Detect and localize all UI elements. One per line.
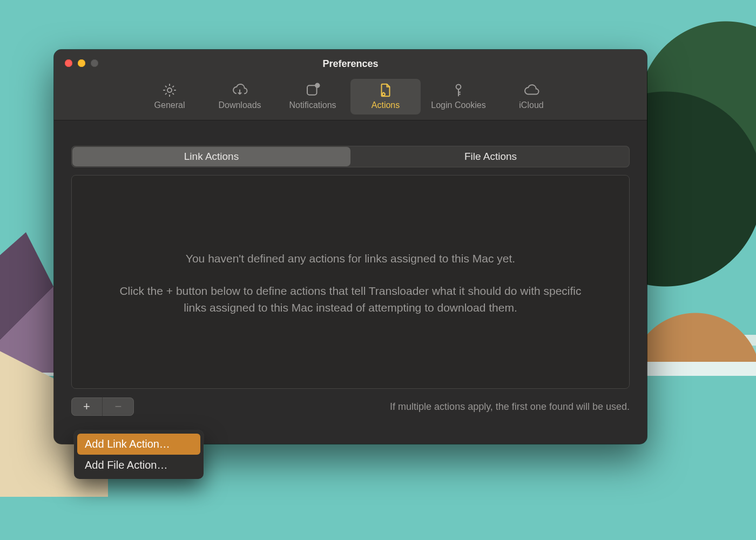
actions-pane: Link Actions File Actions You haven't de… [54,129,647,444]
tab-notifications[interactable]: Notifications [275,79,350,114]
tab-icloud[interactable]: iCloud [496,79,566,114]
preferences-toolbar: General Downloads Notifications Act [54,78,647,120]
tab-actions[interactable]: Actions [350,79,421,114]
close-window-button[interactable] [65,59,72,67]
gear-icon [161,82,178,98]
tab-login-cookies[interactable]: Login Cookies [421,79,496,114]
menu-item-add-link-action[interactable]: Add Link Action… [77,434,200,455]
empty-message-line-2: Click the + button below to define actio… [110,282,591,316]
preferences-window: Preferences General Downloads Notificati… [54,50,647,444]
key-icon [450,82,467,98]
window-title: Preferences [322,58,378,70]
traffic-lights [65,59,98,67]
add-remove-control: + − [71,397,134,416]
add-action-menu: Add Link Action… Add File Action… [74,430,204,479]
zoom-window-button[interactable] [91,59,98,67]
remove-action-button[interactable]: − [103,397,134,416]
tab-label: iCloud [498,100,564,110]
actions-list-empty: You haven't defined any actions for link… [71,175,630,389]
menu-item-add-file-action[interactable]: Add File Action… [77,455,200,476]
actions-segmented-control: Link Actions File Actions [71,146,630,167]
plus-icon: + [83,401,90,413]
cloud-download-icon [232,82,248,98]
tab-label: Actions [353,100,418,110]
tab-label: Notifications [277,100,348,110]
tab-label: Login Cookies [423,100,494,110]
svg-point-0 [167,88,172,92]
svg-point-2 [315,84,320,88]
actions-footer: + − If multiple actions apply, the first… [71,397,630,416]
segment-link-actions[interactable]: Link Actions [72,147,350,166]
svg-point-4 [456,84,461,89]
titlebar: Preferences [54,50,647,78]
tab-general[interactable]: General [134,79,205,114]
add-action-button[interactable]: + [71,397,103,416]
segment-file-actions[interactable]: File Actions [352,146,630,167]
file-gear-icon [377,82,394,98]
notification-badge-icon [305,82,321,98]
footer-note: If multiple actions apply, the first one… [390,401,630,413]
tab-downloads[interactable]: Downloads [205,79,275,114]
tab-label: Downloads [207,100,273,110]
tab-label: General [137,100,202,110]
empty-message-line-1: You haven't defined any actions for link… [110,250,591,267]
minimize-window-button[interactable] [78,59,85,67]
cloud-icon [523,82,539,98]
minus-icon: − [115,401,122,413]
